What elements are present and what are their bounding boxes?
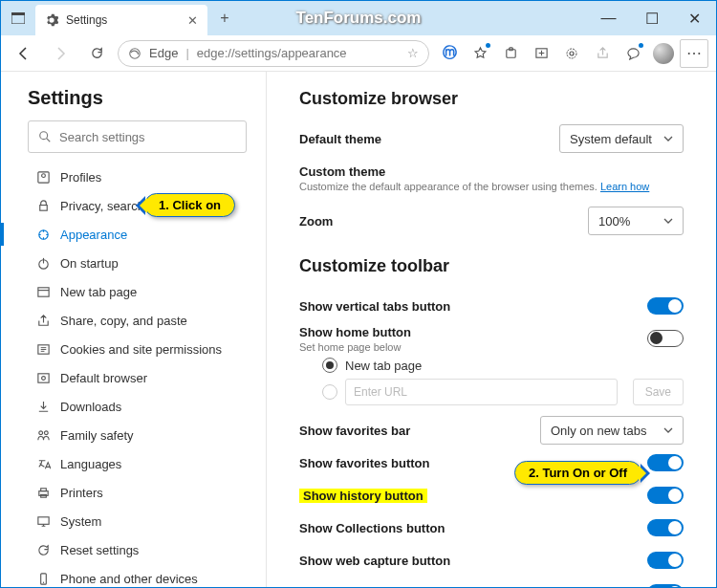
sidebar-item-label: System (60, 514, 101, 529)
sidebar-item-label: Family safety (60, 428, 134, 443)
power-icon (35, 256, 51, 271)
radio-selected-icon (322, 358, 337, 373)
menu-button[interactable]: ⋯ (680, 39, 708, 68)
label-zoom: Zoom (299, 214, 588, 229)
row-favorites-bar: Show favorites bar Only on new tabs (299, 414, 684, 446)
row-custom-theme: Custom theme Customize the default appea… (299, 164, 684, 197)
toggle-label: Show share button (299, 586, 647, 588)
svg-rect-23 (37, 516, 48, 524)
sidebar-item-printers[interactable]: Printers (28, 478, 247, 507)
section-customize-browser: Customize browser (299, 89, 684, 109)
toggle-label: Show history button (299, 489, 647, 503)
radio-new-tab-page[interactable]: New tab page (299, 355, 684, 376)
toggle-switch[interactable] (647, 584, 684, 587)
forward-button (45, 38, 76, 69)
capture-icon[interactable] (557, 39, 586, 68)
svg-rect-1 (11, 12, 25, 15)
address-separator: | (185, 46, 188, 60)
callout-2: 2. Turn On or Off (514, 461, 641, 485)
settings-heading: Settings (28, 87, 247, 109)
sidebar-item-phone-and-other-devices[interactable]: Phone and other devices (28, 564, 247, 587)
svg-rect-14 (37, 287, 48, 295)
search-settings[interactable] (28, 120, 247, 153)
svg-rect-11 (39, 205, 47, 210)
sidebar-item-system[interactable]: System (28, 507, 247, 535)
sidebar-item-reset-settings[interactable]: Reset settings (28, 535, 247, 564)
lang-icon (35, 457, 51, 471)
task-view-icon[interactable] (1, 1, 35, 35)
save-button-disabled: Save (633, 379, 684, 405)
close-window-button[interactable]: ✕ (673, 1, 716, 35)
svg-point-18 (38, 430, 42, 434)
sidebar-item-label: Profiles (60, 170, 101, 185)
label-favorites-bar: Show favorites bar (299, 424, 540, 438)
svg-point-17 (41, 376, 45, 380)
svg-point-8 (40, 132, 48, 140)
favorites-icon[interactable] (466, 39, 494, 68)
feedback-icon[interactable] (619, 39, 647, 68)
new-tab-button[interactable]: + (211, 5, 238, 32)
malwarebytes-icon[interactable]: ⓜ (435, 39, 464, 68)
download-icon (35, 400, 51, 414)
toggle-switch[interactable] (647, 487, 684, 504)
toggle-desc: Set home page below (299, 341, 647, 353)
collections-icon[interactable] (527, 39, 555, 68)
dropdown-default-theme[interactable]: System default (559, 124, 684, 153)
sidebar-item-new-tab-page[interactable]: New tab page (28, 277, 247, 306)
address-bar[interactable]: Edge | ☆ (118, 40, 429, 67)
sidebar-item-label: Downloads (60, 400, 121, 414)
refresh-button[interactable] (81, 38, 112, 69)
back-button[interactable] (9, 38, 39, 69)
browser-tab[interactable]: Settings ✕ (35, 5, 207, 35)
system-icon (35, 514, 51, 529)
window-controls: — ☐ ✕ (587, 1, 716, 35)
sidebar-item-label: Phone and other devices (60, 572, 198, 586)
sidebar-item-appearance[interactable]: Appearance (28, 220, 247, 249)
toggle-switch[interactable] (647, 297, 684, 315)
cookie-icon (35, 342, 51, 357)
sidebar-item-cookies-and-site-permissions[interactable]: Cookies and site permissions (28, 335, 247, 363)
row-show-vertical-tabs-button: Show vertical tabs button (299, 290, 684, 322)
sidebar-item-label: Printers (60, 486, 103, 500)
sidebar-item-label: Cookies and site permissions (60, 342, 222, 357)
extension-icon[interactable] (496, 39, 525, 68)
close-tab-icon[interactable]: ✕ (187, 13, 198, 28)
tab-title: Settings (66, 13, 180, 27)
address-prefix: Edge (149, 46, 178, 60)
toggle-switch[interactable] (647, 519, 684, 536)
sidebar-item-downloads[interactable]: Downloads (28, 392, 247, 421)
sidebar-item-label: Appearance (60, 228, 127, 242)
learn-how-link[interactable]: Learn how (600, 181, 649, 192)
printer-icon (35, 486, 51, 500)
toggle-label: Show home button (299, 325, 647, 339)
sidebar-item-on-startup[interactable]: On startup (28, 249, 247, 277)
row-show-web-capture-button: Show web capture button (299, 544, 684, 577)
dropdown-zoom[interactable]: 100% (588, 207, 684, 235)
profile-icon (35, 170, 51, 185)
svg-point-7 (570, 52, 574, 55)
sidebar-item-profiles[interactable]: Profiles (28, 163, 247, 191)
toggle-switch[interactable] (647, 330, 684, 347)
row-show-home-button: Show home buttonSet home page below (299, 322, 684, 355)
url-input[interactable] (197, 46, 400, 60)
toggle-switch[interactable] (647, 552, 684, 569)
sidebar-item-label: Share, copy, and paste (60, 314, 187, 328)
sidebar-item-languages[interactable]: Languages (28, 449, 247, 478)
dropdown-favorites-bar[interactable]: Only on new tabs (540, 416, 684, 445)
svg-point-10 (41, 173, 45, 177)
search-input[interactable] (59, 130, 236, 144)
sidebar-item-default-browser[interactable]: Default browser (28, 363, 247, 392)
svg-point-25 (42, 581, 43, 582)
reader-icon[interactable]: ☆ (407, 46, 419, 60)
family-icon (35, 428, 51, 443)
profile-avatar[interactable] (649, 39, 678, 68)
minimize-button[interactable]: — (587, 1, 630, 35)
newtab-icon (35, 285, 51, 299)
maximize-button[interactable]: ☐ (630, 1, 673, 35)
sidebar-item-share-copy-and-paste[interactable]: Share, copy, and paste (28, 306, 247, 335)
favorites-bar-value: Only on new tabs (551, 424, 646, 438)
row-show-collections-button: Show Collections button (299, 512, 684, 544)
share-icon[interactable] (588, 39, 617, 68)
chevron-down-icon (663, 425, 673, 435)
sidebar-item-family-safety[interactable]: Family safety (28, 421, 247, 449)
